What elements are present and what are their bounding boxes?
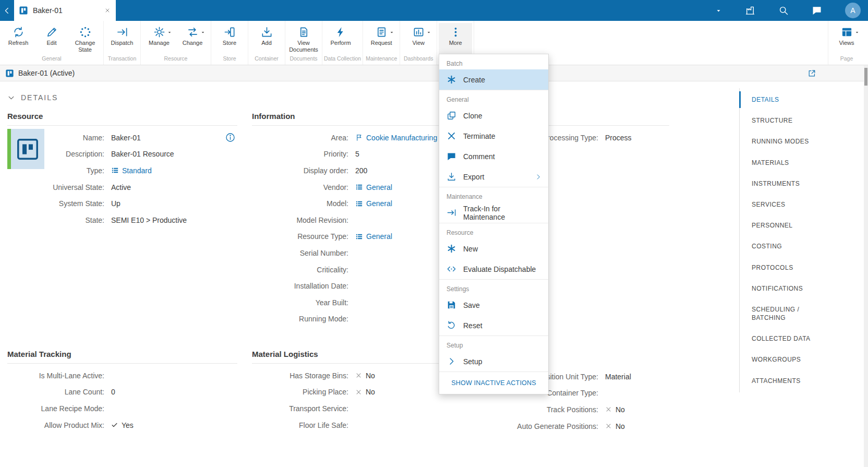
nav-item-workgroups[interactable]: WORKGROUPS bbox=[740, 349, 834, 370]
link-general[interactable]: General bbox=[355, 199, 392, 208]
menu-item-clone[interactable]: Clone bbox=[439, 105, 548, 126]
field-label: Universal State: bbox=[7, 183, 111, 191]
reset-icon bbox=[447, 320, 456, 330]
chat-icon[interactable] bbox=[812, 5, 822, 16]
field-label: Model: bbox=[252, 199, 355, 208]
scrollbar-thumb[interactable] bbox=[864, 68, 867, 86]
details-section-toggle[interactable]: DETAILS bbox=[7, 93, 58, 102]
back-button[interactable] bbox=[0, 0, 14, 21]
ribbon-button-dispatch[interactable]: Dispatch bbox=[105, 23, 139, 54]
menu-item-label: Create bbox=[463, 76, 485, 84]
ribbon-button-request[interactable]: Request bbox=[365, 23, 398, 54]
menu-group-header: Resource bbox=[439, 223, 548, 238]
field-value: 0 bbox=[111, 388, 237, 396]
entity-icon bbox=[111, 166, 119, 174]
field-label: State: bbox=[7, 216, 111, 224]
menu-group-header: Setup bbox=[439, 336, 548, 351]
link-standard[interactable]: Standard bbox=[111, 166, 152, 175]
field-value-text: 5 bbox=[355, 150, 359, 158]
ribbon-group-data-collection: PerformData Collection bbox=[322, 21, 363, 65]
menu-item-save[interactable]: Save bbox=[439, 295, 548, 315]
nav-item-scheduling-batching[interactable]: SCHEDULING / BATCHING bbox=[740, 299, 834, 328]
resource-entity-icon bbox=[19, 6, 28, 15]
ribbon-group-documents: View DocumentsDocuments bbox=[285, 21, 322, 65]
tab-list-caret-icon[interactable] bbox=[715, 7, 722, 14]
nav-item-personnel[interactable]: PERSONNEL bbox=[740, 215, 834, 236]
ribbon-group-name: Store bbox=[213, 54, 246, 64]
nav-item-details[interactable]: DETAILS bbox=[740, 89, 834, 110]
nav-item-running-modes[interactable]: RUNNING MODES bbox=[740, 131, 834, 152]
search-icon[interactable] bbox=[778, 5, 789, 16]
field-value: Yes bbox=[111, 421, 237, 429]
link-label: General bbox=[366, 232, 392, 241]
user-avatar[interactable]: A bbox=[845, 3, 861, 18]
field-row-floor-life-safe: Floor Life Safe: bbox=[252, 417, 483, 434]
vertical-scrollbar[interactable] bbox=[864, 65, 868, 467]
nav-item-structure[interactable]: STRUCTURE bbox=[740, 110, 834, 131]
menu-item-reset[interactable]: Reset bbox=[439, 315, 548, 336]
asterisk-icon bbox=[447, 75, 456, 85]
field-value-text: No bbox=[616, 422, 625, 430]
field-value-text: SEMI E10 > Productive bbox=[111, 216, 187, 224]
chevron-left-icon bbox=[3, 7, 11, 15]
asterisk-icon bbox=[447, 244, 456, 254]
ribbon-button-view-documents[interactable]: View Documents bbox=[287, 23, 320, 54]
menu-item-evaluate-dispatchable[interactable]: Evaluate Dispatchable bbox=[439, 259, 548, 279]
menu-item-label: Terminate bbox=[463, 132, 495, 140]
manage-icon bbox=[153, 26, 165, 38]
tab-baker-01[interactable]: Baker-01 bbox=[14, 0, 116, 21]
close-tab-icon[interactable] bbox=[104, 7, 111, 14]
show-inactive-actions-link[interactable]: SHOW INACTIVE ACTIONS bbox=[439, 372, 548, 394]
ribbon-toolbar: RefreshEditChange StateGeneralDispatchTr… bbox=[0, 21, 868, 65]
entity-icon bbox=[355, 183, 363, 191]
ribbon-button-view[interactable]: View bbox=[402, 23, 435, 54]
menu-item-terminate[interactable]: Terminate bbox=[439, 126, 548, 146]
field-label: Area: bbox=[252, 134, 355, 142]
breadcrumb-title: Baker-01 (Active) bbox=[18, 69, 75, 77]
ribbon-button-manage[interactable]: Manage bbox=[142, 23, 176, 54]
field-label: Floor Life Safe: bbox=[252, 421, 355, 429]
link-cookie-manufacturing[interactable]: Cookie Manufacturing bbox=[355, 134, 437, 142]
menu-item-new[interactable]: New bbox=[439, 238, 548, 259]
expand-icon[interactable] bbox=[807, 69, 816, 78]
nav-item-protocols[interactable]: PROTOCOLS bbox=[740, 257, 834, 278]
menu-group-settings: SettingsSaveReset bbox=[439, 279, 548, 336]
top-bar: Baker-01 A bbox=[0, 0, 868, 21]
ribbon-button-views[interactable]: Views bbox=[830, 23, 863, 54]
menu-item-create[interactable]: Create bbox=[439, 69, 548, 90]
ribbon-button-perform[interactable]: Perform bbox=[324, 23, 357, 54]
ribbon-button-change-state[interactable]: Change State bbox=[68, 23, 102, 54]
ribbon-button-label: Store bbox=[223, 40, 236, 46]
ribbon-group-page: ViewsPage bbox=[828, 21, 868, 65]
field-value: No bbox=[605, 422, 674, 430]
menu-item-comment[interactable]: Comment bbox=[439, 146, 548, 166]
ribbon-button-refresh[interactable]: Refresh bbox=[2, 23, 35, 54]
field-row-lane-recipe-mode: Lane Recipe Mode: bbox=[7, 400, 237, 417]
link-general[interactable]: General bbox=[355, 232, 392, 241]
menu-group-header: Maintenance bbox=[439, 187, 548, 202]
menu-item-track-in-for-maintenance[interactable]: Track-In for Maintenance bbox=[439, 202, 548, 223]
nav-item-notifications[interactable]: NOTIFICATIONS bbox=[740, 278, 834, 299]
equipment-icon[interactable] bbox=[745, 5, 755, 16]
clone-icon bbox=[447, 111, 456, 121]
export-icon bbox=[447, 172, 456, 182]
info-icon[interactable] bbox=[225, 132, 236, 143]
nav-item-collected-data[interactable]: COLLECTED DATA bbox=[740, 328, 834, 349]
link-general[interactable]: General bbox=[355, 183, 392, 191]
nav-item-costing[interactable]: COSTING bbox=[740, 236, 834, 257]
nav-item-services[interactable]: SERVICES bbox=[740, 194, 834, 215]
nav-item-attachments[interactable]: ATTACHMENTS bbox=[740, 370, 834, 391]
ribbon-button-change[interactable]: Change bbox=[176, 23, 209, 54]
ribbon-button-edit[interactable]: Edit bbox=[35, 23, 68, 54]
menu-item-setup[interactable]: Setup bbox=[439, 351, 548, 372]
menu-item-export[interactable]: Export bbox=[439, 166, 548, 187]
field-value-text: Yes bbox=[122, 421, 134, 429]
menu-group-resource: ResourceNewEvaluate Dispatchable bbox=[439, 223, 548, 279]
nav-item-instruments[interactable]: INSTRUMENTS bbox=[740, 173, 834, 194]
ribbon-button-store[interactable]: Store bbox=[213, 23, 246, 54]
resource-section: Resource Name:Baker-01Description:Baker-… bbox=[7, 112, 237, 229]
ribbon-button-more[interactable]: More bbox=[439, 23, 472, 54]
ribbon-button-add[interactable]: Add bbox=[250, 23, 283, 54]
ribbon-group-name: Resource bbox=[142, 54, 209, 64]
nav-item-materials[interactable]: MATERIALS bbox=[740, 152, 834, 173]
